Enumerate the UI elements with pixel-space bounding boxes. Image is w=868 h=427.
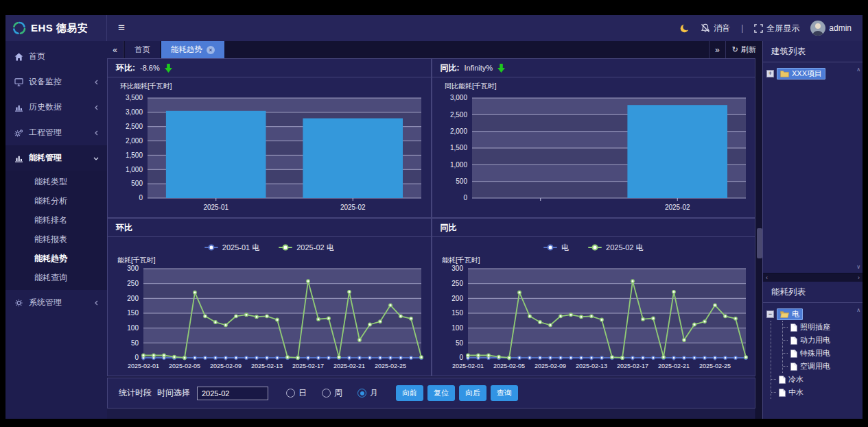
panel-mom-bar: 环比: -8.6% 环比能耗[千瓦时]3,5003,0002,5002,0001… [107,58,432,218]
sidebar-item-project-mgmt[interactable]: 工程管理 [5,120,107,145]
sidebar-subitem-energy-analysis[interactable]: 能耗分析 [5,191,107,210]
svg-text:300: 300 [127,265,139,272]
bar-chart-icon [14,154,23,162]
vertical-scrollbar[interactable] [755,58,762,419]
building-tree-node[interactable]: + XXX项目 [766,67,859,80]
legend-item[interactable]: 电 [543,243,569,253]
topbar-right: 消音 | 全屏显示 [679,21,852,36]
energy-list-panel: 能耗列表 − 电 [763,282,863,419]
topbar-divider: | [741,23,743,33]
refresh-button[interactable]: ↻ 刷新 [725,41,762,58]
energy-tree-root[interactable]: − 电 [766,308,859,321]
sidebar-subitem-energy-trend[interactable]: 能耗趋势 [5,249,107,268]
next-button[interactable]: 向后 [459,385,486,401]
fullscreen-button[interactable]: 全屏显示 [754,23,799,34]
svg-text:3,500: 3,500 [126,94,143,101]
expand-icon[interactable]: + [766,70,774,77]
sidebar-item-device-monitor[interactable]: 设备监控 [5,69,107,95]
radio-circle-checked [357,389,366,398]
svg-text:250: 250 [451,280,463,287]
svg-text:2025-02-13: 2025-02-13 [575,363,607,369]
sidebar-subitem-energy-ranking[interactable]: 能耗排名 [5,210,107,230]
svg-text:200: 200 [451,295,463,302]
mom-summary-label: 环比: [116,62,135,74]
scroll-right-icon[interactable]: › [858,274,860,281]
sidebar-item-system-mgmt[interactable]: 系统管理 [5,290,107,315]
panel-yoy-header: 同比: Infinity% [432,59,755,77]
fullscreen-label: 全屏显示 [766,23,799,34]
svg-text:2025-02-09: 2025-02-09 [534,363,565,369]
mute-button[interactable]: 消音 [701,23,730,34]
energy-node-label: 中水 [788,387,804,398]
radio-circle [286,389,295,398]
reset-button[interactable]: 复位 [427,385,455,401]
sidebar-item-home[interactable]: 首页 [5,44,107,69]
legend-marker [279,247,292,248]
svg-text:3,000: 3,000 [126,108,143,116]
sidebar-item-history-data[interactable]: 历史数据 [5,95,107,120]
username: admin [829,23,852,33]
collapse-icon[interactable]: − [766,310,774,318]
prev-button[interactable]: 向前 [396,385,423,401]
user-menu[interactable]: admin [810,21,852,36]
chevron-left-icon [94,128,99,138]
scrollbar-thumb[interactable] [757,228,762,258]
header-bar: EHS 德易安 ≡ 消音 | [5,15,863,41]
sidebar-item-energy-mgmt[interactable]: 能耗管理 [5,145,107,171]
screen-frame: EHS 德易安 ≡ 消音 | [0,0,868,427]
chevron-left-icon [94,77,99,87]
horizontal-scrollbar[interactable]: ‹ › [763,273,863,282]
svg-text:2025-02-05: 2025-02-05 [493,363,524,369]
scroll-up-icon[interactable]: ∧ [856,66,860,73]
legend-item[interactable]: 2025-02 电 [279,243,333,253]
energy-tree-leaf[interactable]: 特殊用电 [783,347,859,360]
svg-text:100: 100 [451,324,463,332]
yoy-summary-value: Infinity% [465,64,493,72]
panel-mom-line-header: 环比 [108,219,431,237]
home-icon [14,53,23,61]
menu-toggle-icon[interactable]: ≡ [118,21,125,35]
scroll-down-icon[interactable]: ∨ [856,264,860,270]
file-icon [790,363,797,371]
svg-text:3,000: 3,000 [449,94,467,101]
svg-text:500: 500 [131,180,143,187]
radio-month[interactable]: 月 [357,387,378,399]
legend-item[interactable]: 2025-01 电 [204,243,259,253]
granularity-radios: 日 周 月 [286,387,378,399]
tab-scroll-left-button[interactable]: « [107,41,124,58]
svg-text:150: 150 [451,309,463,317]
time-input[interactable] [197,387,268,400]
radio-week[interactable]: 周 [322,387,342,399]
query-button[interactable]: 查询 [491,385,518,401]
sidebar-item-label: 能耗管理 [29,152,62,164]
tab-home[interactable]: 首页 [125,41,160,58]
panel-mom-line: 环比 2025-01 电 2025-02 电 [107,218,432,376]
tab-scroll-right-button[interactable]: » [709,41,725,58]
theme-toggle[interactable] [679,23,690,34]
energy-tree-node[interactable]: 冷水 [771,373,859,386]
trend-down-icon [165,64,172,73]
sidebar-subitem-energy-report[interactable]: 能耗报表 [5,230,107,249]
scroll-left-icon[interactable]: ‹ [766,274,768,281]
sidebar-subitem-energy-query[interactable]: 能耗查询 [5,268,107,287]
trend-down-icon [497,64,505,73]
svg-text:300: 300 [451,265,463,272]
tab-energy-trend[interactable]: 能耗趋势 × [161,41,224,58]
svg-text:2,500: 2,500 [126,123,143,130]
legend-marker [204,247,218,248]
energy-tree-leaf[interactable]: 动力用电 [783,334,859,347]
sidebar-subitem-energy-type[interactable]: 能耗类型 [5,172,107,191]
legend-item[interactable]: 2025-02 电 [588,243,643,253]
tab-close-icon[interactable]: × [207,46,215,54]
legend-label: 2025-02 电 [296,243,333,253]
energy-root-selected[interactable]: 电 [777,308,803,320]
energy-tree-leaf[interactable]: 空调用电 [783,360,859,373]
legend-label: 2025-01 电 [222,243,259,253]
energy-tree-node[interactable]: 中水 [771,386,859,399]
scroll-up-icon[interactable]: ∧ [856,307,860,313]
radio-day[interactable]: 日 [286,387,307,399]
energy-tree-leaf[interactable]: 照明插座 [783,321,859,334]
svg-text:100: 100 [127,324,139,332]
building-node-selected[interactable]: XXX项目 [777,68,825,80]
building-list-title: 建筑列表 [763,41,863,62]
